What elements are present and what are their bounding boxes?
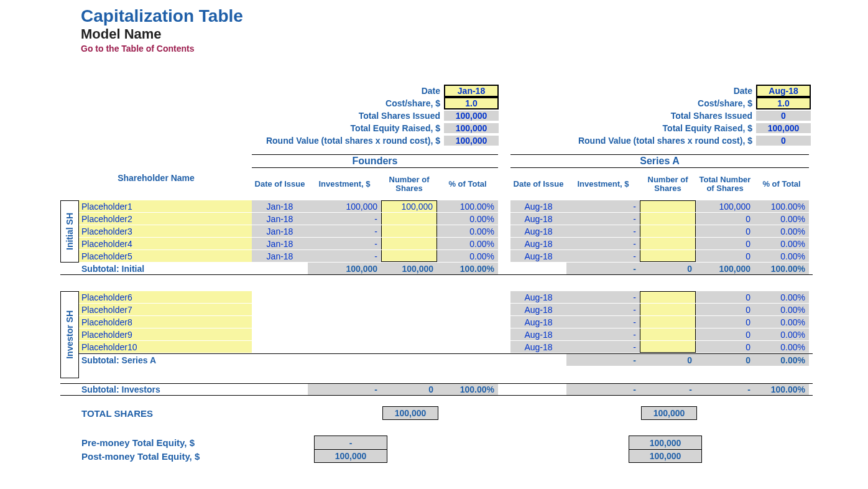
a-investment-cell: - — [566, 291, 640, 303]
subtotal-initial-a-tot: 100,000 — [696, 263, 754, 274]
subtotal-initial-f-inv: 100,000 — [308, 263, 381, 274]
subtotal-investors-a-pct: 100.00% — [754, 384, 809, 395]
f-investment-cell: 100,000 — [308, 200, 381, 212]
seriesa-date[interactable]: Aug-18 — [756, 85, 811, 97]
a-num-shares-cell[interactable] — [640, 341, 696, 353]
a-num-shares-cell[interactable] — [640, 316, 696, 328]
shareholder-name-cell[interactable]: Placeholder8 — [79, 316, 252, 328]
seriesa-heading: Series A — [510, 154, 809, 168]
initial-sh-label: Initial SH — [60, 200, 79, 263]
f-num-shares-cell[interactable] — [381, 213, 437, 225]
post-money-f: 100,000 — [314, 449, 387, 463]
table-row: Placeholder7 Aug-18 - 0 0.00% — [79, 304, 813, 316]
f-num-shares-cell[interactable] — [381, 238, 437, 249]
col-pct-total-a: % of Total — [754, 169, 809, 199]
f-investment-cell — [308, 341, 381, 353]
table-row: Placeholder2 Jan-18 - 0.00% Aug-18 - 0 0… — [79, 213, 813, 225]
col-pct-total-f: % of Total — [437, 169, 498, 199]
a-num-shares-cell[interactable] — [640, 291, 696, 303]
a-investment-cell: - — [566, 225, 640, 237]
seriesa-equity-raised: 100,000 — [756, 123, 811, 133]
shareholder-name-cell[interactable]: Placeholder9 — [79, 328, 252, 340]
total-shares-label: TOTAL SHARES — [79, 408, 382, 419]
f-num-shares-cell — [381, 328, 437, 340]
a-investment-cell: - — [566, 213, 640, 225]
subtotal-seriesa-a-tot: 0 — [696, 354, 754, 366]
f-num-shares-cell — [381, 341, 437, 353]
shareholder-name-cell[interactable]: Placeholder3 — [79, 225, 252, 237]
f-pct-cell: 0.00% — [437, 225, 498, 237]
f-pct-cell: 100.00% — [437, 200, 498, 212]
a-investment-cell: - — [566, 328, 640, 340]
f-pct-cell: 0.00% — [437, 213, 498, 225]
label-equity-raised: Total Equity Raised, $ — [238, 123, 444, 133]
table-row: Placeholder1 Jan-18 100,000 100,000 100.… — [79, 200, 813, 213]
a-num-shares-cell[interactable] — [640, 328, 696, 340]
a-date-cell: Aug-18 — [510, 328, 566, 340]
f-pct-cell — [437, 291, 498, 303]
f-num-shares-cell — [381, 316, 437, 328]
a-pct-cell: 0.00% — [754, 304, 809, 315]
shareholder-name-cell[interactable]: Placeholder7 — [79, 304, 252, 315]
col-investment-f: Investment, $ — [308, 169, 381, 199]
subtotal-seriesa-a-num: 0 — [640, 354, 696, 366]
a-num-shares-cell[interactable] — [640, 238, 696, 249]
f-date-cell: Jan-18 — [252, 225, 308, 237]
shareholder-name-cell[interactable]: Placeholder4 — [79, 238, 252, 249]
a-date-cell: Aug-18 — [510, 291, 566, 303]
a-pct-cell: 0.00% — [754, 238, 809, 249]
col-num-shares-f: Number of Shares — [381, 169, 437, 199]
a-total-shares-cell: 100,000 — [696, 200, 754, 212]
a-investment-cell: - — [566, 250, 640, 262]
col-num-shares-a: Number of Shares — [640, 169, 696, 199]
founders-cost[interactable]: 1.0 — [444, 97, 499, 109]
col-investment-a: Investment, $ — [566, 169, 640, 199]
f-num-shares-cell — [381, 304, 437, 315]
a-date-cell: Aug-18 — [510, 304, 566, 315]
a-num-shares-cell[interactable] — [640, 225, 696, 237]
seriesa-round-value: 0 — [756, 136, 811, 146]
shareholder-name-cell[interactable]: Placeholder10 — [79, 341, 252, 353]
shareholder-name-cell[interactable]: Placeholder5 — [79, 250, 252, 262]
a-num-shares-cell[interactable] — [640, 200, 696, 212]
f-num-shares-cell[interactable]: 100,000 — [381, 200, 437, 212]
f-date-cell: Jan-18 — [252, 250, 308, 262]
shareholder-name-cell[interactable]: Placeholder1 — [79, 200, 252, 212]
col-shareholder-name: Shareholder Name — [60, 169, 252, 199]
a-date-cell: Aug-18 — [510, 341, 566, 353]
f-date-cell — [252, 291, 308, 303]
toc-link[interactable]: Go to the Table of Contents — [81, 44, 868, 54]
seriesa-cost[interactable]: 1.0 — [756, 97, 811, 109]
founders-heading: Founders — [252, 154, 498, 168]
subtotal-investors-label: Subtotal: Investors — [79, 384, 252, 395]
a-num-shares-cell[interactable] — [640, 250, 696, 262]
founders-date[interactable]: Jan-18 — [444, 85, 499, 97]
subtotal-investors-f-pct: 100.00% — [437, 384, 498, 395]
subtotal-initial-a-inv: - — [566, 263, 640, 274]
f-investment-cell: - — [308, 238, 381, 249]
a-total-shares-cell: 0 — [696, 316, 754, 328]
a-investment-cell: - — [566, 316, 640, 328]
shareholder-name-cell[interactable]: Placeholder6 — [79, 291, 252, 303]
a-pct-cell: 100.00% — [754, 200, 809, 212]
shareholder-name-cell[interactable]: Placeholder2 — [79, 213, 252, 225]
f-date-cell — [252, 328, 308, 340]
pre-money-label: Pre-money Total Equity, $ — [79, 437, 314, 448]
a-total-shares-cell: 0 — [696, 238, 754, 249]
f-pct-cell — [437, 341, 498, 353]
f-num-shares-cell[interactable] — [381, 250, 437, 262]
a-num-shares-cell[interactable] — [640, 304, 696, 315]
model-name: Model Name — [81, 26, 868, 42]
post-money-label: Post-money Total Equity, $ — [79, 451, 314, 462]
col-date-issue-f: Date of Issue — [252, 169, 308, 199]
a-total-shares-cell: 0 — [696, 213, 754, 225]
a-date-cell: Aug-18 — [510, 225, 566, 237]
subtotal-seriesa-a-inv: - — [566, 354, 640, 366]
a-pct-cell: 0.00% — [754, 291, 809, 303]
a-num-shares-cell[interactable] — [640, 213, 696, 225]
a-pct-cell: 0.00% — [754, 213, 809, 225]
f-date-cell: Jan-18 — [252, 238, 308, 249]
a-total-shares-cell: 0 — [696, 291, 754, 303]
f-num-shares-cell[interactable] — [381, 225, 437, 237]
seriesa-shares-issued: 0 — [756, 111, 811, 121]
